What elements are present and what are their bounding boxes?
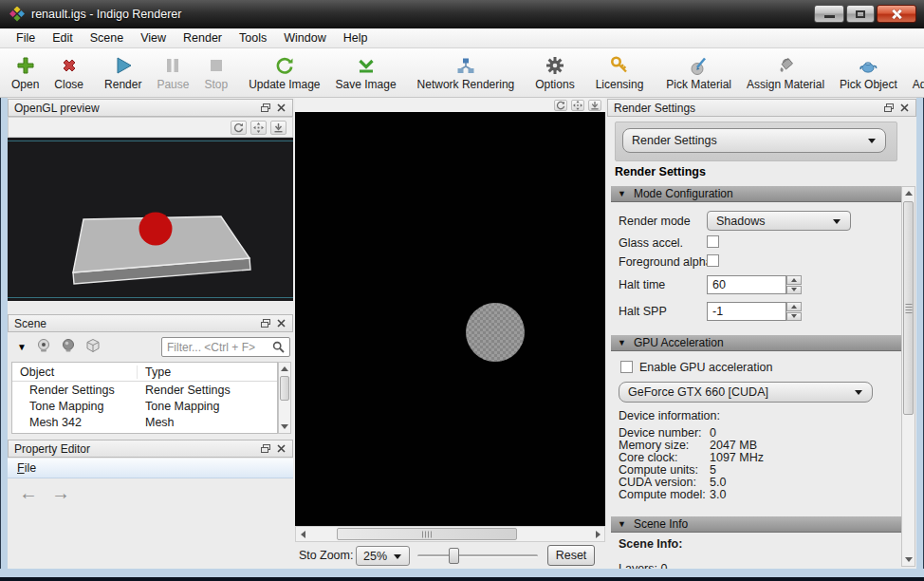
glass-accel-checkbox[interactable] — [707, 235, 719, 248]
table-header[interactable]: Object Type — [12, 363, 277, 382]
network-rendering-button[interactable]: Network Rendering — [410, 52, 523, 93]
table-row[interactable]: Tone Mapping Tone Mapping — [12, 398, 277, 414]
float-panel-button[interactable] — [258, 102, 273, 115]
foreground-alpha-checkbox[interactable] — [707, 254, 719, 267]
section-scene-info[interactable]: ▼ Scene Info — [611, 516, 901, 533]
scrollbar-thumb[interactable] — [280, 376, 289, 401]
menu-help[interactable]: Help — [335, 29, 377, 47]
spin-down-button[interactable] — [786, 286, 802, 295]
reset-button[interactable]: Reset — [547, 545, 595, 566]
spin-down-button[interactable] — [786, 312, 802, 322]
close-file-button[interactable]: Close — [46, 52, 91, 93]
scrollbar-thumb[interactable] — [337, 528, 517, 540]
menu-scene[interactable]: Scene — [82, 29, 132, 47]
app-logo-icon — [9, 7, 25, 22]
scene-panel-titlebar[interactable]: Scene — [8, 314, 293, 332]
spin-up-button[interactable] — [786, 275, 802, 285]
float-panel-button[interactable] — [258, 317, 273, 330]
spin-up-button[interactable] — [786, 302, 802, 311]
close-button[interactable] — [877, 5, 916, 23]
rotate-view-button[interactable] — [554, 100, 567, 111]
section-gpu-acceleration[interactable]: ▼ GPU Acceleration — [611, 335, 901, 351]
halt-time-spinner — [786, 275, 802, 294]
settings-category-select[interactable]: Render Settings — [622, 128, 886, 153]
property-editor-file-menu[interactable]: File — [17, 461, 36, 475]
close-panel-button[interactable] — [273, 317, 288, 330]
rotate-view-button[interactable] — [231, 121, 247, 135]
pick-material-button[interactable]: Pick Material — [658, 52, 739, 93]
scene-expand-button[interactable]: ▼ — [17, 342, 27, 352]
halt-time-input[interactable]: 60 — [707, 275, 786, 294]
stop-button: Stop — [196, 52, 235, 93]
float-panel-button[interactable] — [881, 102, 896, 115]
enable-gpu-checkbox[interactable] — [620, 361, 633, 373]
table-row[interactable]: Render Settings Render Settings — [12, 382, 277, 398]
column-type[interactable]: Type — [138, 365, 277, 379]
float-panel-button[interactable] — [258, 442, 273, 456]
menu-edit[interactable]: Edit — [44, 29, 82, 47]
filter-input[interactable] — [162, 341, 272, 354]
main-toolbar: Open Close Render Pause Stop Update Imag… — [0, 48, 924, 98]
zoom-select[interactable]: 25% — [356, 546, 410, 566]
zoom-slider-track[interactable] — [417, 554, 538, 557]
save-image-button[interactable]: Save Image — [328, 52, 404, 93]
assign-material-button[interactable]: Assign Material — [739, 52, 832, 93]
scene-info-heading: Scene Info: — [619, 537, 682, 551]
title-bar[interactable]: renault.igs - Indigo Renderer — [0, 0, 924, 28]
forward-arrow-icon[interactable]: → — [51, 481, 70, 508]
column-object[interactable]: Object — [12, 365, 138, 379]
scroll-up-button[interactable] — [902, 187, 915, 199]
menu-file[interactable]: File — [8, 29, 44, 47]
light-filter-button[interactable] — [61, 338, 76, 356]
licensing-button[interactable]: Licensing — [588, 52, 652, 93]
menu-window[interactable]: Window — [275, 29, 334, 47]
refresh-icon — [274, 55, 295, 76]
close-panel-button[interactable] — [273, 102, 288, 115]
preview-sphere — [139, 213, 173, 246]
close-panel-button[interactable] — [896, 102, 912, 115]
table-row[interactable]: Mesh 342 Mesh — [12, 414, 277, 430]
render-canvas[interactable] — [295, 112, 605, 526]
settings-scrollbar[interactable] — [901, 186, 915, 567]
scrollbar-thumb[interactable] — [903, 201, 914, 415]
camera-filter-button[interactable] — [36, 338, 51, 356]
maximize-button[interactable] — [846, 5, 875, 23]
dock-down-button[interactable] — [270, 121, 286, 135]
options-button[interactable]: Options — [527, 52, 582, 93]
scroll-right-button[interactable] — [591, 527, 604, 541]
back-arrow-icon[interactable]: ← — [19, 481, 38, 508]
gpu-device-select[interactable]: GeForce GTX 660 [CUDA] — [619, 382, 873, 403]
preview-scene — [8, 138, 293, 301]
render-settings-titlebar[interactable]: Render Settings — [607, 99, 916, 117]
render-button[interactable]: Render — [97, 52, 149, 93]
zoom-label: Zoom: — [320, 549, 353, 562]
opengl-preview-titlebar[interactable]: OpenGL preview — [8, 99, 293, 117]
render-hscrollbar[interactable] — [295, 526, 605, 542]
pan-view-button[interactable] — [571, 100, 584, 111]
update-image-button[interactable]: Update Image — [241, 52, 327, 93]
minimize-button[interactable] — [814, 5, 844, 23]
open-button[interactable]: Open — [4, 52, 46, 93]
scene-scrollbar[interactable] — [278, 362, 291, 434]
search-icon — [272, 341, 285, 353]
render-mode-select[interactable]: Shadows — [707, 211, 851, 231]
dock-down-button[interactable] — [588, 100, 601, 111]
device-info-row: Compute model: 3.0 — [619, 488, 894, 500]
pick-object-button[interactable]: Pick Object — [832, 52, 905, 93]
section-mode-configuration[interactable]: ▼ Mode Configuration — [611, 186, 901, 202]
menu-tools[interactable]: Tools — [231, 29, 275, 47]
property-editor-titlebar[interactable]: Property Editor — [8, 440, 293, 458]
mesh-filter-button[interactable] — [85, 338, 101, 356]
scroll-up-button[interactable] — [279, 363, 290, 375]
zoom-slider-thumb[interactable] — [449, 548, 459, 564]
scroll-down-button[interactable] — [279, 421, 290, 433]
menu-view[interactable]: View — [132, 29, 175, 47]
halt-spp-input[interactable]: -1 — [707, 302, 786, 321]
add-material-button[interactable]: Add Material — [905, 52, 924, 93]
close-panel-button[interactable] — [273, 442, 288, 456]
opengl-viewport[interactable] — [8, 138, 293, 301]
scroll-left-button[interactable] — [296, 527, 309, 541]
scroll-down-button[interactable] — [902, 553, 915, 566]
menu-render[interactable]: Render — [175, 29, 231, 47]
pan-view-button[interactable] — [250, 121, 267, 135]
